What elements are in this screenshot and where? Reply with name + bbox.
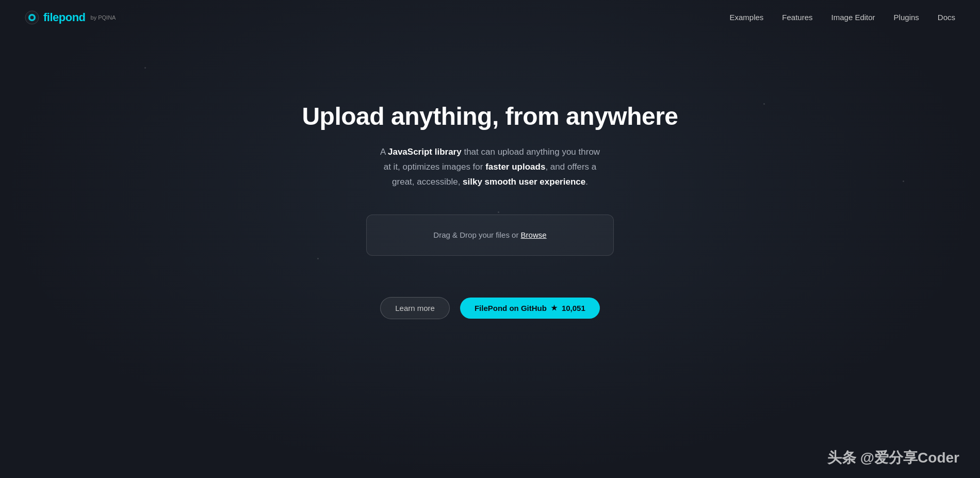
navbar: filepond by PQINA Examples Features Imag… <box>0 0 980 35</box>
hero-title: Upload anything, from anywhere <box>302 102 678 130</box>
cta-row: Learn more FilePond on GitHub ★ 10,051 <box>380 297 600 319</box>
logo[interactable]: filepond by PQINA <box>25 10 116 25</box>
nav-links: Examples Features Image Editor Plugins D… <box>730 13 956 22</box>
hero-bold-faster: faster uploads <box>485 162 545 172</box>
nav-link-docs[interactable]: Docs <box>938 13 955 22</box>
github-count: 10,051 <box>562 304 585 312</box>
star-icon: ★ <box>551 304 558 312</box>
nav-link-features[interactable]: Features <box>782 13 812 22</box>
drop-zone-label: Drag & Drop your files or Browse <box>433 230 546 239</box>
learn-more-button[interactable]: Learn more <box>380 297 450 319</box>
nav-link-plugins[interactable]: Plugins <box>894 13 919 22</box>
hero-subtitle: A JavaScript library that can upload any… <box>377 145 603 190</box>
browse-link[interactable]: Browse <box>521 230 547 239</box>
svg-point-2 <box>30 16 34 20</box>
logo-wordmark: filepond <box>43 11 86 24</box>
file-drop-zone[interactable]: Drag & Drop your files or Browse <box>366 215 614 256</box>
github-label: FilePond on GitHub <box>475 304 547 312</box>
hero-bold-silky: silky smooth user experience <box>463 177 585 187</box>
nav-link-image-editor[interactable]: Image Editor <box>831 13 875 22</box>
watermark: 头条 @爱分享Coder <box>827 448 959 468</box>
github-button[interactable]: FilePond on GitHub ★ 10,051 <box>460 298 600 319</box>
nav-link-examples[interactable]: Examples <box>730 13 764 22</box>
hero-section: Upload anything, from anywhere A JavaScr… <box>0 35 980 319</box>
logo-by: by PQINA <box>91 14 116 21</box>
hero-bold-js: JavaScript library <box>388 147 462 157</box>
